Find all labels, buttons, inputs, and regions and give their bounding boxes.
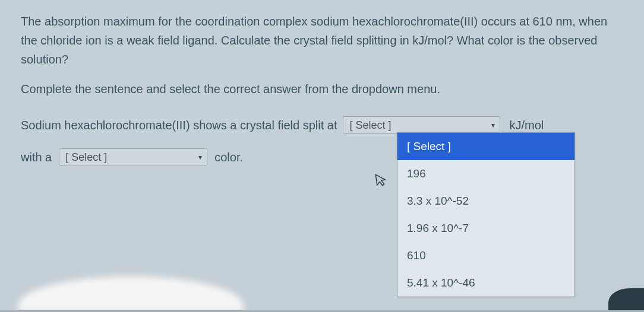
dropdown-crystal-split-value: [ Select ] — [349, 119, 391, 132]
dropdown-menu-crystal-split: [ Select ] 196 3.3 x 10^-52 1.96 x 10^-7… — [397, 132, 575, 297]
unit-label: kJ/mol — [509, 119, 544, 132]
cursor-icon — [374, 172, 389, 191]
dropdown-option[interactable]: 1.96 x 10^-7 — [397, 215, 574, 242]
dropdown-option[interactable]: 610 — [397, 242, 574, 269]
sentence2-prefix: with a — [21, 151, 52, 164]
smudge-area — [18, 276, 244, 312]
corner-blob — [608, 288, 644, 312]
sentence1-prefix: Sodium hexachlorochromate(III) shows a c… — [21, 119, 337, 132]
dropdown-color-value: [ Select ] — [65, 151, 107, 164]
sentence2-suffix: color. — [214, 151, 243, 164]
question-paragraph: The absorption maximum for the coordinat… — [21, 12, 623, 69]
dropdown-color[interactable]: [ Select ] ▾ — [59, 148, 207, 166]
sentence-row-1: Sodium hexachlorochromate(III) shows a c… — [21, 116, 623, 134]
chevron-down-icon: ▾ — [198, 153, 202, 161]
dropdown-option-header[interactable]: [ Select ] — [397, 133, 574, 160]
chevron-down-icon: ▾ — [491, 121, 495, 129]
dropdown-option[interactable]: 196 — [397, 160, 574, 187]
dropdown-option[interactable]: 5.41 x 10^-46 — [397, 269, 574, 297]
dropdown-crystal-split[interactable]: [ Select ] ▾ — [343, 116, 500, 134]
instruction-text: Complete the sentence and select the cor… — [21, 79, 623, 98]
dropdown-option[interactable]: 3.3 x 10^-52 — [397, 187, 574, 215]
